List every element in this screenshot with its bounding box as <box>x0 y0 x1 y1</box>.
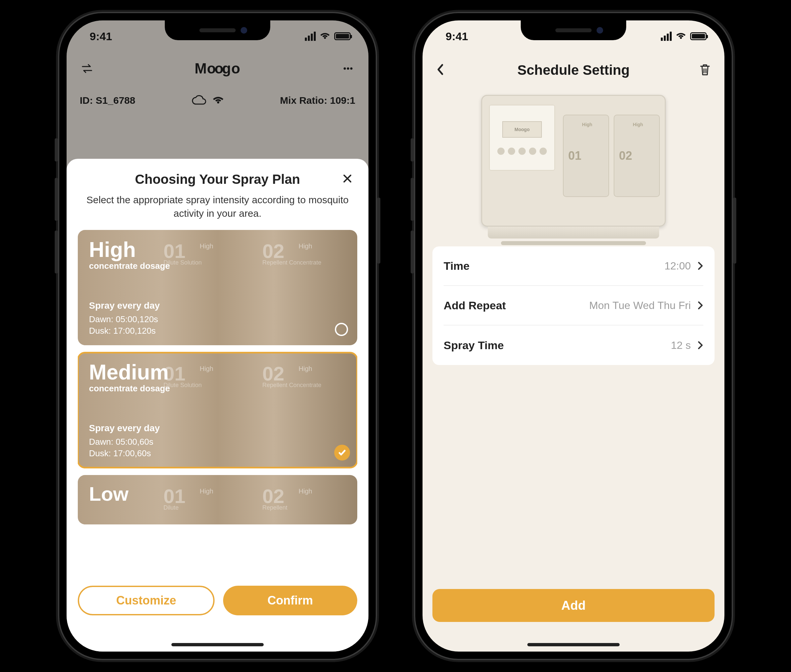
setting-value: 12 s <box>671 339 691 352</box>
phone-side-button <box>377 198 380 264</box>
cellular-icon <box>661 32 672 41</box>
phone-right: 9:41 Schedule Setting Moogo <box>415 13 732 659</box>
setting-label: Time <box>444 259 470 272</box>
plan-option-medium[interactable]: 01 02 High High Dilute Solution Repellen… <box>78 352 357 468</box>
cellular-icon <box>305 32 316 41</box>
chevron-right-icon <box>697 261 703 271</box>
wifi-icon <box>675 30 686 43</box>
chevron-right-icon <box>697 300 703 310</box>
sheet-title: Choosing Your Spray Plan <box>135 172 300 187</box>
phone-side-button <box>55 230 58 274</box>
status-time: 9:41 <box>90 30 112 43</box>
status-time: 9:41 <box>446 30 468 43</box>
plan-dusk: Dusk: 17:00,60s <box>89 448 346 459</box>
plan-option-low[interactable]: 01 02 High High Dilute Repellent Low <box>78 475 357 525</box>
sheet-subtitle: Select the appropriate spray intensity a… <box>78 194 357 220</box>
device-screen-logo: Moogo <box>502 121 542 138</box>
spray-plan-sheet: Choosing Your Spray Plan Select the appr… <box>67 159 369 651</box>
plan-dawn: Dawn: 05:00,60s <box>89 436 346 448</box>
phone-notch <box>521 21 626 40</box>
check-circle-icon[interactable] <box>334 445 350 461</box>
setting-label: Add Repeat <box>444 299 506 312</box>
battery-icon <box>690 32 707 40</box>
home-indicator[interactable] <box>172 643 264 646</box>
plan-frequency: Spray every day <box>89 301 346 311</box>
plan-dawn: Dawn: 05:00,120s <box>89 314 346 325</box>
confirm-button[interactable]: Confirm <box>223 586 357 615</box>
wifi-icon <box>320 30 330 43</box>
setting-row-repeat[interactable]: Add Repeat Mon Tue Wed Thu Fri <box>444 286 703 325</box>
back-icon[interactable] <box>436 62 446 78</box>
phone-side-button <box>411 178 414 221</box>
radio-unchecked-icon[interactable] <box>335 323 348 336</box>
chevron-right-icon <box>697 340 703 350</box>
customize-button[interactable]: Customize <box>78 586 215 615</box>
battery-icon <box>334 32 351 40</box>
setting-value: 12:00 <box>664 260 691 272</box>
setting-row-spray-time[interactable]: Spray Time 12 s <box>444 325 703 365</box>
page-title: Schedule Setting <box>517 62 630 78</box>
phone-side-button <box>55 178 58 221</box>
phone-side-button <box>55 138 58 162</box>
add-button[interactable]: Add <box>432 589 714 622</box>
close-icon[interactable] <box>341 172 354 186</box>
setting-value: Mon Tue Wed Thu Fri <box>589 299 691 312</box>
phone-notch <box>165 21 270 40</box>
plan-frequency: Spray every day <box>89 423 346 434</box>
setting-label: Spray Time <box>444 339 504 352</box>
phone-side-button <box>411 138 414 162</box>
plan-option-high[interactable]: 01 02 High High Dilute Solution Repellen… <box>78 230 357 345</box>
phone-side-button <box>733 198 736 264</box>
trash-icon[interactable] <box>699 63 711 77</box>
settings-card: Time 12:00 Add Repeat Mon Tue Wed Thu Fr… <box>432 246 714 365</box>
phone-side-button <box>411 230 414 274</box>
device-illustration: Moogo 01High 02High <box>481 95 666 227</box>
plan-dusk: Dusk: 17:00,120s <box>89 325 346 337</box>
setting-row-time[interactable]: Time 12:00 <box>444 246 703 286</box>
home-indicator[interactable] <box>527 643 619 646</box>
phone-left: 9:41 Moogo ID: S1_6788 <box>59 13 376 659</box>
